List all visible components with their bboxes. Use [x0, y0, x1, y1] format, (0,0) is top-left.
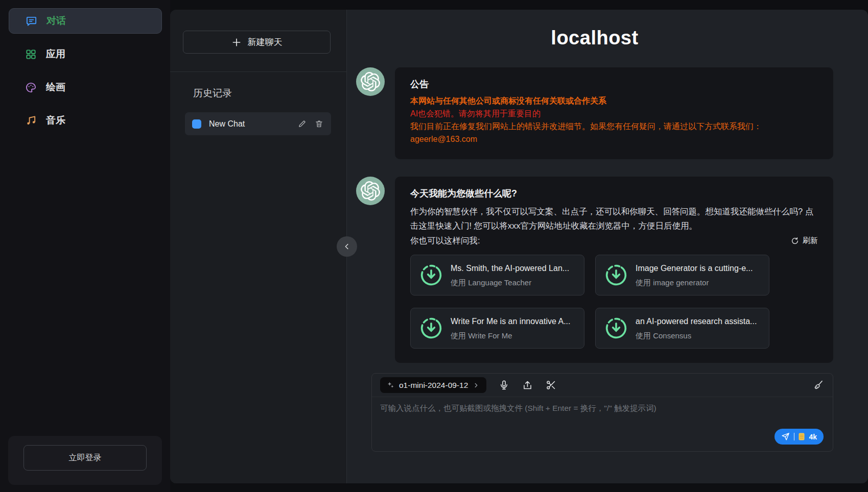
- openai-logo-icon: [361, 72, 380, 91]
- chevron-left-icon: [342, 242, 351, 251]
- model-label: o1-mini-2024-09-12: [399, 381, 468, 390]
- history-section-title: 历史记录: [193, 87, 346, 100]
- sidebar-item-music[interactable]: 音乐: [9, 108, 162, 133]
- refresh-button[interactable]: 刷新: [791, 236, 818, 245]
- suggestion-card[interactable]: Image Generator is a cutting-e... 使用 ima…: [595, 255, 769, 296]
- paper-plane-icon: [781, 432, 790, 441]
- refresh-icon: [791, 237, 799, 245]
- sparkles-icon: [387, 381, 394, 389]
- workspace: 新建聊天 历史记录 New Chat localhost: [170, 10, 868, 483]
- music-note-icon: [25, 114, 37, 127]
- upload-button[interactable]: [522, 380, 533, 391]
- sidebar: 对话 应用 绘画 音乐 立即登录: [0, 0, 170, 492]
- clear-chat-button[interactable]: [813, 380, 825, 391]
- sidebar-nav: 对话 应用 绘画 音乐: [0, 0, 170, 133]
- message-announcement: 公告 本网站与任何其他公司或商标没有任何关联或合作关系 AI也会犯错。请勿将其用…: [356, 67, 833, 159]
- suggestion-title: Write For Me is an innovative A...: [451, 315, 570, 327]
- suggestion-card[interactable]: Write For Me is an innovative A... 使用 Wr…: [410, 308, 584, 349]
- sidebar-item-label: 应用: [46, 47, 65, 61]
- composer: o1-mini-2024-09-12: [371, 373, 833, 452]
- sidebar-item-chat[interactable]: 对话: [9, 8, 162, 34]
- suggestion-cards: Ms. Smith, the AI-powered Lan... 使用 Lang…: [410, 255, 818, 349]
- announcement-title: 公告: [410, 79, 818, 90]
- model-selector[interactable]: o1-mini-2024-09-12: [380, 377, 486, 393]
- download-circle-icon: [420, 264, 442, 286]
- palette-icon: [25, 81, 37, 93]
- announcement-line-3: 我们目前正在修复我们网站上的错误并改进细节。如果您有任何疑问，请通过以下方式联系…: [410, 120, 818, 132]
- announcement-line-1: 本网站与任何其他公司或商标没有任何关联或合作关系: [410, 95, 818, 107]
- chevron-right-icon: [473, 382, 480, 389]
- collapse-sidebar-button[interactable]: [337, 236, 357, 257]
- download-circle-icon: [605, 264, 627, 286]
- send-divider: [794, 433, 794, 440]
- sidebar-item-label: 对话: [46, 14, 66, 28]
- new-chat-label: 新建聊天: [248, 36, 283, 48]
- assistant-avatar: [356, 67, 385, 96]
- suggestion-subtitle: 使用 image generator: [636, 277, 753, 288]
- login-panel: 立即登录: [8, 436, 162, 485]
- login-button[interactable]: 立即登录: [24, 445, 147, 471]
- sidebar-item-label: 音乐: [46, 114, 65, 127]
- suggestion-card[interactable]: Ms. Smith, the AI-powered Lan... 使用 Lang…: [410, 255, 584, 296]
- microphone-icon: [499, 380, 509, 390]
- page-title: localhost: [356, 27, 833, 49]
- scissors-icon: [546, 380, 556, 390]
- welcome-hint: 你也可以这样问我:: [410, 235, 480, 247]
- suggestion-subtitle: 使用 Consensus: [636, 330, 757, 341]
- message-input[interactable]: [380, 403, 825, 434]
- suggestion-title: Ms. Smith, the AI-powered Lan...: [451, 262, 569, 274]
- download-circle-icon: [420, 317, 442, 339]
- send-button[interactable]: 4k: [775, 429, 824, 445]
- download-circle-icon: [605, 317, 627, 339]
- chat-item-icon: [192, 119, 201, 129]
- delete-icon[interactable]: [315, 119, 324, 129]
- welcome-bubble: 今天我能为您做些什么呢? 作为你的智慧伙伴，我不仅可以写文案、出点子，还可以和你…: [395, 177, 833, 363]
- sidebar-item-drawing[interactable]: 绘画: [9, 75, 162, 100]
- welcome-body: 作为你的智慧伙伴，我不仅可以写文案、出点子，还可以和你聊天、回答问题。想知道我还…: [410, 204, 818, 233]
- screenshot-button[interactable]: [546, 380, 557, 391]
- history-chat-item[interactable]: New Chat: [185, 112, 331, 135]
- apps-grid-icon: [25, 48, 37, 60]
- app-root: 对话 应用 绘画 音乐 立即登录: [0, 0, 868, 492]
- sidebar-item-apps[interactable]: 应用: [9, 41, 162, 67]
- welcome-title: 今天我能为您做些什么呢?: [410, 188, 818, 200]
- suggestion-card[interactable]: an AI-powered research assista... 使用 Con…: [595, 308, 769, 349]
- suggestion-subtitle: 使用 Write For Me: [451, 330, 570, 341]
- sidebar-item-label: 绘画: [46, 81, 65, 94]
- plus-icon: [231, 37, 242, 47]
- suggestion-title: Image Generator is a cutting-e...: [636, 262, 753, 274]
- token-count-badge: 4k: [809, 433, 817, 441]
- announcement-line-2: AI也会犯错。请勿将其用于重要目的: [410, 108, 818, 119]
- new-chat-button[interactable]: 新建聊天: [183, 31, 331, 54]
- chat-item-title: New Chat: [209, 119, 290, 129]
- broom-icon: [813, 380, 824, 390]
- announcement-email[interactable]: ageerle@163.com: [410, 133, 818, 145]
- edit-icon[interactable]: [298, 119, 307, 129]
- upload-icon: [522, 380, 533, 390]
- microphone-button[interactable]: [499, 380, 510, 391]
- message-welcome: 今天我能为您做些什么呢? 作为你的智慧伙伴，我不仅可以写文案、出点子，还可以和你…: [356, 177, 833, 363]
- assistant-avatar: [356, 177, 385, 205]
- composer-input-area: [372, 397, 833, 436]
- openai-logo-icon: [361, 181, 380, 201]
- composer-toolbar: o1-mini-2024-09-12: [372, 374, 833, 397]
- chat-bubble-icon: [25, 15, 37, 27]
- suggestion-subtitle: 使用 Language Teacher: [451, 277, 569, 288]
- chat-main: localhost 公告 本网站与任何其他公司或商标没有任何关联或合作关系 AI…: [347, 10, 868, 483]
- refresh-label: 刷新: [803, 236, 818, 245]
- suggestion-title: an AI-powered research assista...: [636, 315, 757, 327]
- announcement-bubble: 公告 本网站与任何其他公司或商标没有任何关联或合作关系 AI也会犯错。请勿将其用…: [395, 67, 833, 159]
- history-panel: 新建聊天 历史记录 New Chat: [170, 10, 347, 483]
- history-divider: [170, 71, 346, 72]
- token-icon: [799, 433, 805, 440]
